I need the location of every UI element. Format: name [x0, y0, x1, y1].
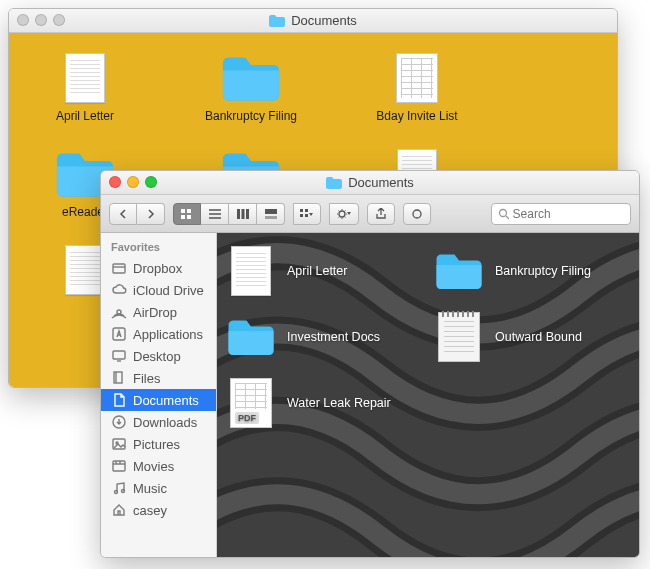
documents-icon — [111, 392, 127, 408]
tags-button[interactable] — [403, 203, 431, 225]
column-view-button[interactable] — [229, 203, 257, 225]
gear-icon — [329, 203, 359, 225]
file-label: Bankruptcy Filing — [205, 109, 297, 123]
search-input[interactable] — [513, 207, 624, 221]
folder-icon — [269, 15, 285, 27]
zoom-button[interactable] — [145, 176, 157, 188]
sidebar-item-label: AirDrop — [133, 305, 177, 320]
sidebar-item-movies[interactable]: Movies — [101, 455, 216, 477]
doc-spreadsheet-icon — [385, 51, 449, 105]
sidebar-item-music[interactable]: Music — [101, 477, 216, 499]
file-item[interactable]: Bankruptcy Filing — [433, 247, 623, 295]
sidebar-item-applications[interactable]: Applications — [101, 323, 216, 345]
window-title: Documents — [269, 13, 357, 28]
folder-icon — [219, 51, 283, 105]
svg-rect-1 — [187, 209, 191, 213]
sidebar-item-files[interactable]: Files — [101, 367, 216, 389]
cloud-icon — [111, 282, 127, 298]
files-icon — [111, 370, 127, 386]
sidebar-item-label: Dropbox — [133, 261, 182, 276]
sidebar-item-casey[interactable]: casey — [101, 499, 216, 521]
sidebar-item-label: Documents — [133, 393, 199, 408]
search-icon — [498, 208, 509, 220]
file-item[interactable]: April Letter — [225, 247, 415, 295]
window-body: Favorites DropboxiCloud DriveAirDropAppl… — [101, 233, 639, 557]
sidebar-item-label: casey — [133, 503, 167, 518]
svg-rect-5 — [300, 209, 303, 212]
view-buttons — [173, 203, 285, 225]
coverflow-view-button[interactable] — [257, 203, 285, 225]
sidebar-item-dropbox[interactable]: Dropbox — [101, 257, 216, 279]
sidebar-item-pictures[interactable]: Pictures — [101, 433, 216, 455]
titlebar[interactable]: Documents — [9, 9, 617, 33]
svg-rect-6 — [305, 209, 308, 212]
list-view-button[interactable] — [201, 203, 229, 225]
file-item[interactable]: Bankruptcy Filing — [197, 51, 305, 123]
icon-view-button[interactable] — [173, 203, 201, 225]
svg-rect-4 — [265, 209, 277, 214]
sidebar-item-label: Pictures — [133, 437, 180, 452]
sidebar-item-label: Music — [133, 481, 167, 496]
file-label: Outward Bound — [495, 330, 582, 344]
sidebar-header: Favorites — [101, 239, 216, 257]
folder-icon — [326, 177, 342, 189]
folder-icon — [433, 247, 485, 295]
downloads-icon — [111, 414, 127, 430]
app-icon — [111, 326, 127, 342]
titlebar[interactable]: Documents — [101, 171, 639, 195]
search-field[interactable] — [491, 203, 631, 225]
forward-button[interactable] — [137, 203, 165, 225]
nav-buttons — [109, 203, 165, 225]
doc-pdf-icon — [225, 379, 277, 427]
sidebar-item-desktop[interactable]: Desktop — [101, 345, 216, 367]
file-item[interactable]: Outward Bound — [433, 313, 623, 361]
traffic-lights — [109, 176, 157, 188]
file-item[interactable]: April Letter — [31, 51, 139, 123]
window-title-text: Documents — [348, 175, 414, 190]
svg-point-22 — [122, 490, 125, 493]
close-button[interactable] — [109, 176, 121, 188]
close-button[interactable] — [17, 14, 29, 26]
sidebar: Favorites DropboxiCloud DriveAirDropAppl… — [101, 233, 217, 557]
file-label: Investment Docs — [287, 330, 380, 344]
back-button[interactable] — [109, 203, 137, 225]
sidebar-item-label: Applications — [133, 327, 203, 342]
sidebar-item-downloads[interactable]: Downloads — [101, 411, 216, 433]
home-icon — [111, 502, 127, 518]
sidebar-item-icloud-drive[interactable]: iCloud Drive — [101, 279, 216, 301]
svg-rect-15 — [113, 351, 125, 359]
share-button[interactable] — [367, 203, 395, 225]
file-item[interactable]: Bday Invite List — [363, 51, 471, 123]
action-dropdown[interactable] — [329, 203, 359, 225]
window-title-text: Documents — [291, 13, 357, 28]
sidebar-item-documents[interactable]: Documents — [101, 389, 216, 411]
content-area[interactable]: April LetterBankruptcy FilingInvestment … — [217, 233, 639, 557]
svg-point-10 — [413, 210, 421, 218]
music-icon — [111, 480, 127, 496]
file-item[interactable]: Water Leak Repair — [225, 379, 415, 427]
arrange-icon — [293, 203, 321, 225]
minimize-button[interactable] — [127, 176, 139, 188]
movies-icon — [111, 458, 127, 474]
file-label: Bday Invite List — [376, 109, 457, 123]
doc-page-icon — [225, 247, 277, 295]
sidebar-item-label: Movies — [133, 459, 174, 474]
zoom-button[interactable] — [53, 14, 65, 26]
file-label: April Letter — [56, 109, 114, 123]
arrange-dropdown[interactable] — [293, 203, 321, 225]
svg-rect-20 — [113, 461, 125, 471]
airdrop-icon — [111, 304, 127, 320]
sidebar-item-label: Files — [133, 371, 160, 386]
file-label: April Letter — [287, 264, 347, 278]
traffic-lights — [17, 14, 65, 26]
sidebar-item-label: Downloads — [133, 415, 197, 430]
svg-rect-8 — [305, 214, 308, 217]
window-title: Documents — [326, 175, 414, 190]
file-label: Water Leak Repair — [287, 396, 391, 410]
pictures-icon — [111, 436, 127, 452]
sidebar-item-airdrop[interactable]: AirDrop — [101, 301, 216, 323]
file-item[interactable]: Investment Docs — [225, 313, 415, 361]
minimize-button[interactable] — [35, 14, 47, 26]
svg-rect-0 — [181, 209, 185, 213]
finder-window-front: Documents Favorites DropboxiCloud — [100, 170, 640, 558]
